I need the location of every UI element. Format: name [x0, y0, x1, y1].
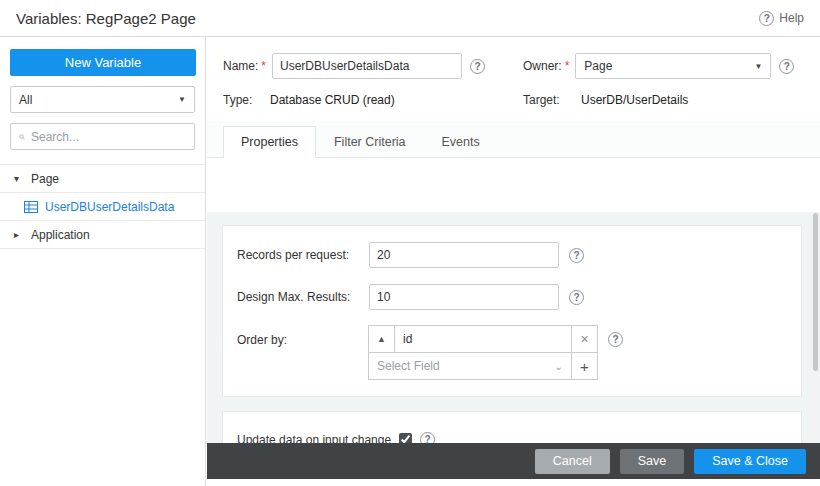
help-button[interactable]: ? Help: [759, 11, 804, 26]
new-variable-button[interactable]: New Variable: [10, 49, 196, 76]
tab-properties[interactable]: Properties: [223, 126, 316, 158]
vertical-scrollbar[interactable]: [812, 213, 819, 442]
variables-dialog: Variables: RegPage2 Page ? Help New Vari…: [0, 0, 820, 486]
variables-tree: ▾ Page UserDBUserDetailsData ▸ Applicati…: [0, 164, 205, 249]
target-label: Target:: [523, 93, 581, 107]
action-bar: Cancel Save Save & Close: [207, 443, 820, 479]
variable-filter-dropdown[interactable]: All ▼: [10, 86, 195, 113]
update-on-input-change-checkbox[interactable]: [399, 433, 412, 443]
remove-order-field-button[interactable]: ×: [571, 325, 598, 353]
plus-icon: +: [580, 358, 589, 375]
chevron-down-icon: ▼: [178, 95, 186, 104]
chevron-collapsed-icon[interactable]: ▸: [14, 229, 24, 240]
chevron-up-icon: ▲: [377, 334, 386, 344]
select-field-placeholder: Select Field: [377, 359, 440, 373]
search-input[interactable]: [31, 130, 186, 144]
variables-sidebar: New Variable All ▼ ▾ Page: [0, 37, 206, 486]
design-max-results-field[interactable]: [369, 284, 559, 310]
variable-detail-panel: Name: * ? Owner: * Page ▼ ? Type:: [207, 37, 820, 486]
records-help-icon[interactable]: ?: [569, 248, 584, 263]
save-button[interactable]: Save: [620, 449, 685, 474]
design-max-results-label: Design Max. Results:: [237, 290, 369, 304]
order-by-field[interactable]: id: [394, 325, 572, 353]
name-label: Name:: [223, 59, 258, 73]
tree-item-label: Application: [31, 228, 90, 242]
update-on-input-change-help-icon[interactable]: ?: [420, 432, 435, 443]
owner-required-marker: *: [565, 59, 570, 73]
variable-search[interactable]: [10, 123, 195, 150]
name-field[interactable]: [272, 53, 462, 79]
save-and-close-button[interactable]: Save & Close: [694, 449, 806, 474]
name-required-marker: *: [261, 59, 266, 73]
records-per-request-field[interactable]: [369, 242, 559, 268]
chevron-down-icon: ⌄: [555, 361, 563, 372]
order-by-widget: ▲ id × Select Field ⌄: [369, 326, 598, 380]
cancel-button[interactable]: Cancel: [535, 449, 610, 474]
dialog-header: Variables: RegPage2 Page ? Help: [0, 0, 820, 37]
close-icon: ×: [580, 331, 588, 347]
sort-direction-button[interactable]: ▲: [368, 325, 395, 353]
variable-type-icon: [24, 201, 38, 213]
design-max-help-icon[interactable]: ?: [569, 290, 584, 305]
add-order-field-button[interactable]: +: [571, 352, 598, 380]
search-icon: [19, 131, 25, 143]
help-label: Help: [779, 11, 804, 25]
tree-item-page[interactable]: ▾ Page: [0, 165, 205, 193]
target-value: UserDB/UserDetails: [581, 93, 688, 107]
chevron-down-icon: ▼: [754, 62, 762, 71]
tab-events[interactable]: Events: [424, 126, 498, 157]
order-by-help-icon[interactable]: ?: [608, 332, 623, 347]
scrollbar-thumb[interactable]: [813, 213, 818, 371]
tree-item-label: UserDBUserDetailsData: [45, 200, 174, 214]
tree-item-userdbuserdetailsdata[interactable]: UserDBUserDetailsData: [0, 193, 205, 221]
select-field-dropdown[interactable]: Select Field ⌄: [368, 352, 572, 380]
variable-summary-form: Name: * ? Owner: * Page ▼ ? Type:: [207, 37, 820, 107]
name-help-icon[interactable]: ?: [470, 59, 485, 74]
tree-item-application[interactable]: ▸ Application: [0, 221, 205, 249]
order-by-label: Order by:: [237, 326, 369, 347]
owner-select[interactable]: Page ▼: [575, 53, 771, 79]
chevron-expanded-icon[interactable]: ▾: [14, 173, 24, 184]
tree-item-label: Page: [31, 172, 59, 186]
properties-panel: Records per request: ? Design Max. Resul…: [207, 212, 820, 443]
help-icon: ?: [759, 11, 774, 26]
owner-help-icon[interactable]: ?: [779, 59, 794, 74]
owner-value: Page: [584, 59, 612, 73]
update-on-input-change-label: Update data on input change: [237, 433, 391, 444]
pagination-settings-card: Records per request: ? Design Max. Resul…: [222, 225, 802, 397]
tab-filter-criteria[interactable]: Filter Criteria: [316, 126, 424, 157]
owner-label: Owner:: [523, 59, 562, 73]
detail-tabs: Properties Filter Criteria Events: [207, 121, 820, 158]
variable-filter-value: All: [19, 93, 32, 107]
behavior-settings-card: Update data on input change ? Request da…: [222, 411, 802, 443]
type-value: Database CRUD (read): [270, 93, 395, 107]
page-title: Variables: RegPage2 Page: [16, 10, 196, 27]
records-per-request-label: Records per request:: [237, 248, 369, 262]
type-label: Type:: [223, 93, 270, 107]
